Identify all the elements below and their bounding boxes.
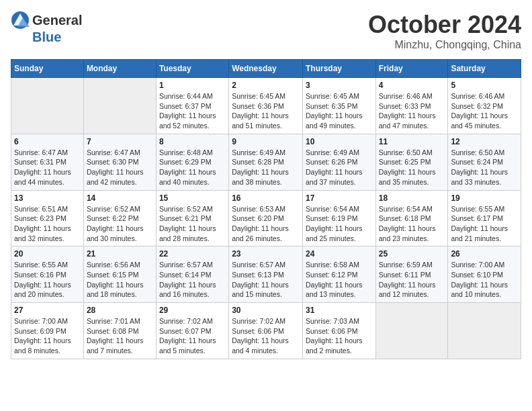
calendar-week-row: 1Sunrise: 6:44 AMSunset: 6:37 PMDaylight… bbox=[11, 78, 521, 134]
day-number: 6 bbox=[14, 137, 81, 146]
day-detail: Sunrise: 7:00 AMSunset: 6:09 PMDaylight:… bbox=[14, 316, 81, 356]
calendar-cell: 17Sunrise: 6:54 AMSunset: 6:19 PMDayligh… bbox=[302, 190, 375, 246]
day-number: 19 bbox=[451, 193, 518, 203]
day-detail: Sunrise: 6:44 AMSunset: 6:37 PMDaylight:… bbox=[159, 91, 226, 131]
day-detail: Sunrise: 7:02 AMSunset: 6:07 PMDaylight:… bbox=[159, 316, 226, 356]
header-wednesday: Wednesday bbox=[229, 60, 303, 78]
logo: General Blue bbox=[11, 11, 82, 45]
day-detail: Sunrise: 7:01 AMSunset: 6:08 PMDaylight:… bbox=[87, 316, 153, 356]
day-number: 25 bbox=[379, 249, 445, 259]
calendar-cell: 2Sunrise: 6:45 AMSunset: 6:36 PMDaylight… bbox=[229, 78, 303, 134]
day-number: 13 bbox=[14, 193, 81, 203]
calendar-cell: 8Sunrise: 6:48 AMSunset: 6:29 PMDaylight… bbox=[156, 134, 228, 190]
day-number: 24 bbox=[306, 249, 373, 259]
day-number: 18 bbox=[379, 193, 445, 203]
logo-icon bbox=[11, 11, 30, 30]
day-number: 27 bbox=[14, 306, 81, 315]
day-number: 31 bbox=[306, 306, 373, 315]
calendar-cell: 29Sunrise: 7:02 AMSunset: 6:07 PMDayligh… bbox=[156, 303, 228, 359]
calendar-cell: 23Sunrise: 6:57 AMSunset: 6:13 PMDayligh… bbox=[229, 246, 303, 303]
day-number: 4 bbox=[379, 81, 445, 90]
header-friday: Friday bbox=[375, 60, 448, 78]
day-number: 11 bbox=[379, 137, 445, 146]
day-number: 2 bbox=[232, 81, 300, 90]
calendar-cell bbox=[448, 303, 521, 359]
day-detail: Sunrise: 6:58 AMSunset: 6:12 PMDaylight:… bbox=[306, 260, 373, 300]
day-number: 12 bbox=[451, 137, 518, 146]
day-number: 22 bbox=[159, 249, 226, 259]
day-detail: Sunrise: 6:49 AMSunset: 6:28 PMDaylight:… bbox=[232, 148, 300, 187]
day-detail: Sunrise: 6:57 AMSunset: 6:13 PMDaylight:… bbox=[232, 260, 300, 300]
calendar-cell: 20Sunrise: 6:55 AMSunset: 6:16 PMDayligh… bbox=[11, 246, 84, 303]
header-thursday: Thursday bbox=[302, 60, 375, 78]
calendar-week-row: 13Sunrise: 6:51 AMSunset: 6:23 PMDayligh… bbox=[11, 190, 521, 246]
calendar-cell: 25Sunrise: 6:59 AMSunset: 6:11 PMDayligh… bbox=[375, 246, 448, 303]
day-detail: Sunrise: 6:55 AMSunset: 6:17 PMDaylight:… bbox=[451, 204, 518, 244]
calendar-cell: 31Sunrise: 7:03 AMSunset: 6:06 PMDayligh… bbox=[302, 303, 375, 359]
day-number: 10 bbox=[306, 137, 373, 146]
day-number: 5 bbox=[451, 81, 518, 90]
title-section: October 2024 Minzhu, Chongqing, China bbox=[368, 11, 521, 51]
calendar-cell: 18Sunrise: 6:54 AMSunset: 6:18 PMDayligh… bbox=[375, 190, 448, 246]
logo-general: General bbox=[32, 13, 82, 28]
calendar-cell: 7Sunrise: 6:47 AMSunset: 6:30 PMDaylight… bbox=[83, 134, 156, 190]
header-saturday: Saturday bbox=[448, 60, 521, 78]
day-number: 20 bbox=[14, 249, 81, 259]
day-detail: Sunrise: 6:46 AMSunset: 6:32 PMDaylight:… bbox=[451, 91, 518, 131]
calendar-cell: 10Sunrise: 6:49 AMSunset: 6:26 PMDayligh… bbox=[302, 134, 375, 190]
day-detail: Sunrise: 6:53 AMSunset: 6:20 PMDaylight:… bbox=[232, 204, 300, 244]
calendar-cell: 14Sunrise: 6:52 AMSunset: 6:22 PMDayligh… bbox=[83, 190, 156, 246]
weekday-header-row: Sunday Monday Tuesday Wednesday Thursday… bbox=[11, 60, 521, 78]
day-number: 15 bbox=[159, 193, 226, 203]
day-detail: Sunrise: 7:02 AMSunset: 6:06 PMDaylight:… bbox=[232, 316, 300, 356]
calendar-cell: 15Sunrise: 6:52 AMSunset: 6:21 PMDayligh… bbox=[156, 190, 228, 246]
day-detail: Sunrise: 6:54 AMSunset: 6:18 PMDaylight:… bbox=[379, 204, 445, 244]
calendar-cell bbox=[83, 78, 156, 134]
calendar-cell: 16Sunrise: 6:53 AMSunset: 6:20 PMDayligh… bbox=[229, 190, 303, 246]
calendar-cell: 24Sunrise: 6:58 AMSunset: 6:12 PMDayligh… bbox=[302, 246, 375, 303]
day-detail: Sunrise: 7:03 AMSunset: 6:06 PMDaylight:… bbox=[306, 316, 373, 356]
day-number: 14 bbox=[87, 193, 153, 203]
location-subtitle: Minzhu, Chongqing, China bbox=[368, 39, 521, 51]
calendar-cell: 13Sunrise: 6:51 AMSunset: 6:23 PMDayligh… bbox=[11, 190, 84, 246]
day-detail: Sunrise: 7:00 AMSunset: 6:10 PMDaylight:… bbox=[451, 260, 518, 300]
header-tuesday: Tuesday bbox=[156, 60, 228, 78]
day-detail: Sunrise: 6:57 AMSunset: 6:14 PMDaylight:… bbox=[159, 260, 226, 300]
calendar-week-row: 6Sunrise: 6:47 AMSunset: 6:31 PMDaylight… bbox=[11, 134, 521, 190]
day-number: 23 bbox=[232, 249, 300, 259]
day-number: 28 bbox=[87, 306, 153, 315]
calendar-cell: 26Sunrise: 7:00 AMSunset: 6:10 PMDayligh… bbox=[448, 246, 521, 303]
day-number: 21 bbox=[87, 249, 153, 259]
calendar-cell: 19Sunrise: 6:55 AMSunset: 6:17 PMDayligh… bbox=[448, 190, 521, 246]
logo-blue: Blue bbox=[32, 30, 61, 45]
header-sunday: Sunday bbox=[11, 60, 84, 78]
calendar-cell bbox=[11, 78, 84, 134]
calendar-cell: 5Sunrise: 6:46 AMSunset: 6:32 PMDaylight… bbox=[448, 78, 521, 134]
calendar-cell: 9Sunrise: 6:49 AMSunset: 6:28 PMDaylight… bbox=[229, 134, 303, 190]
day-detail: Sunrise: 6:48 AMSunset: 6:29 PMDaylight:… bbox=[159, 148, 226, 187]
day-number: 1 bbox=[159, 81, 226, 90]
day-number: 16 bbox=[232, 193, 300, 203]
calendar-week-row: 27Sunrise: 7:00 AMSunset: 6:09 PMDayligh… bbox=[11, 303, 521, 359]
day-detail: Sunrise: 6:52 AMSunset: 6:22 PMDaylight:… bbox=[87, 204, 153, 244]
day-detail: Sunrise: 6:45 AMSunset: 6:36 PMDaylight:… bbox=[232, 91, 300, 131]
calendar-cell: 11Sunrise: 6:50 AMSunset: 6:25 PMDayligh… bbox=[375, 134, 448, 190]
day-number: 9 bbox=[232, 137, 300, 146]
page-header: General Blue October 2024 Minzhu, Chongq… bbox=[11, 11, 521, 51]
day-number: 26 bbox=[451, 249, 518, 259]
day-detail: Sunrise: 6:47 AMSunset: 6:31 PMDaylight:… bbox=[14, 148, 81, 187]
day-detail: Sunrise: 6:52 AMSunset: 6:21 PMDaylight:… bbox=[159, 204, 226, 244]
calendar-cell: 1Sunrise: 6:44 AMSunset: 6:37 PMDaylight… bbox=[156, 78, 228, 134]
month-title: October 2024 bbox=[368, 11, 521, 39]
day-detail: Sunrise: 6:59 AMSunset: 6:11 PMDaylight:… bbox=[379, 260, 445, 300]
header-monday: Monday bbox=[83, 60, 156, 78]
day-number: 8 bbox=[159, 137, 226, 146]
day-number: 30 bbox=[232, 306, 300, 315]
day-number: 3 bbox=[306, 81, 373, 90]
calendar-cell: 30Sunrise: 7:02 AMSunset: 6:06 PMDayligh… bbox=[229, 303, 303, 359]
day-detail: Sunrise: 6:50 AMSunset: 6:25 PMDaylight:… bbox=[379, 148, 445, 187]
day-detail: Sunrise: 6:47 AMSunset: 6:30 PMDaylight:… bbox=[87, 148, 153, 187]
calendar-cell: 6Sunrise: 6:47 AMSunset: 6:31 PMDaylight… bbox=[11, 134, 84, 190]
day-detail: Sunrise: 6:50 AMSunset: 6:24 PMDaylight:… bbox=[451, 148, 518, 187]
calendar-cell: 21Sunrise: 6:56 AMSunset: 6:15 PMDayligh… bbox=[83, 246, 156, 303]
